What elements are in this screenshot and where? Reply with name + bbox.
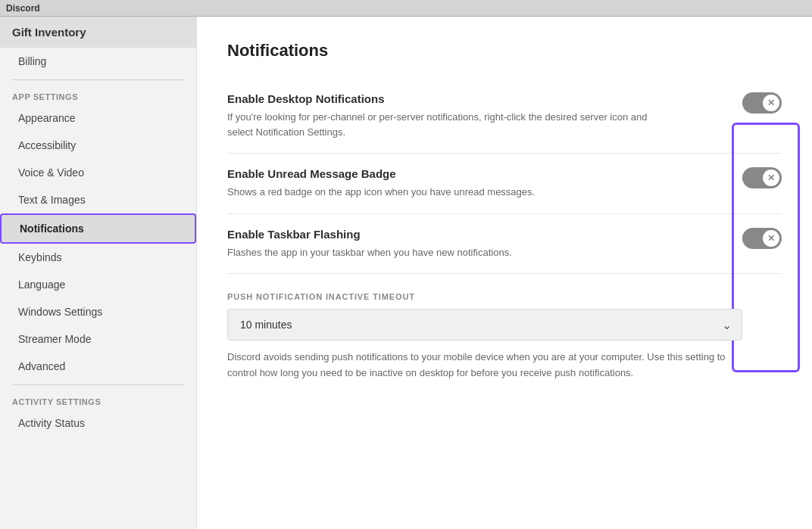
sidebar-item-voice-video[interactable]: Voice & Video: [0, 159, 196, 186]
setting-description-unread-badge: Shows a red badge on the app icon when y…: [227, 185, 667, 200]
setting-text-unread-badge: Enable Unread Message Badge Shows a red …: [227, 167, 727, 200]
setting-description-taskbar-flashing: Flashes the app in your taskbar when you…: [227, 245, 667, 260]
setting-label-unread-badge: Enable Unread Message Badge: [227, 167, 727, 180]
sidebar-item-keybinds[interactable]: Keybinds: [0, 244, 196, 271]
setting-description-desktop-notifications: If you're looking for per-channel or per…: [227, 110, 667, 139]
toggle-knob-taskbar-flashing: ✕: [763, 230, 779, 247]
sidebar-divider-2: [12, 384, 184, 385]
setting-label-taskbar-flashing: Enable Taskbar Flashing: [227, 228, 727, 241]
setting-label-desktop-notifications: Enable Desktop Notifications: [227, 92, 727, 105]
sidebar-item-billing[interactable]: Billing: [0, 48, 196, 75]
toggle-x-icon: ✕: [767, 98, 775, 107]
app-name: Discord: [6, 3, 40, 14]
sidebar-item-notifications[interactable]: Notifications: [0, 213, 196, 244]
sidebar-item-streamer-mode[interactable]: Streamer Mode: [0, 325, 196, 353]
toggle-x-icon-3: ✕: [767, 234, 775, 243]
setting-row-unread-badge: Enable Unread Message Badge Shows a red …: [227, 154, 782, 214]
dropdown-container: 1 minute 5 minutes 10 minutes 15 minutes…: [227, 309, 742, 341]
toggle-x-icon-2: ✕: [767, 173, 775, 182]
sidebar-item-appearance[interactable]: Appearance: [0, 104, 196, 132]
toggle-wrapper-unread-badge: ✕: [742, 167, 782, 188]
content-area: Notifications Enable Desktop Notificatio…: [197, 17, 812, 529]
sidebar: Gift Inventory Billing APP SETTINGS Appe…: [0, 17, 197, 529]
sidebar-item-advanced[interactable]: Advanced: [0, 353, 196, 380]
sidebar-item-windows-settings[interactable]: Windows Settings: [0, 298, 196, 325]
toggle-wrapper-desktop-notifications: ✕: [742, 92, 782, 114]
push-section-label: PUSH NOTIFICATION INACTIVE TIMEOUT: [227, 292, 782, 301]
push-notification-section: PUSH NOTIFICATION INACTIVE TIMEOUT 1 min…: [227, 292, 782, 381]
setting-text-taskbar-flashing: Enable Taskbar Flashing Flashes the app …: [227, 228, 727, 260]
toggle-desktop-notifications[interactable]: ✕: [742, 92, 782, 114]
page-title: Notifications: [227, 41, 782, 61]
toggle-knob-unread-badge: ✕: [763, 170, 779, 186]
title-bar: Discord: [0, 0, 812, 17]
sidebar-divider-1: [12, 79, 184, 80]
sidebar-item-language[interactable]: Language: [0, 271, 196, 298]
setting-row-desktop-notifications: Enable Desktop Notifications If you're l…: [227, 79, 782, 154]
main-container: Gift Inventory Billing APP SETTINGS Appe…: [0, 17, 812, 529]
toggle-taskbar-flashing[interactable]: ✕: [742, 228, 782, 249]
sidebar-item-accessibility[interactable]: Accessibility: [0, 132, 196, 159]
push-description: Discord avoids sending push notification…: [227, 350, 727, 381]
sidebar-item-activity-status[interactable]: Activity Status: [0, 409, 196, 437]
sidebar-item-text-images[interactable]: Text & Images: [0, 186, 196, 213]
toggle-unread-badge[interactable]: ✕: [742, 167, 782, 188]
push-timeout-dropdown[interactable]: 1 minute 5 minutes 10 minutes 15 minutes…: [227, 309, 742, 341]
toggle-knob-desktop-notifications: ✕: [763, 95, 779, 111]
sidebar-section-app-settings: APP SETTINGS: [0, 85, 196, 104]
sidebar-section-activity-settings: ACTIVITY SETTINGS: [0, 390, 196, 409]
setting-row-taskbar-flashing: Enable Taskbar Flashing Flashes the app …: [227, 214, 782, 275]
setting-text-desktop-notifications: Enable Desktop Notifications If you're l…: [227, 92, 727, 139]
sidebar-item-gift-inventory[interactable]: Gift Inventory: [0, 17, 196, 48]
toggle-wrapper-taskbar-flashing: ✕: [742, 228, 782, 249]
